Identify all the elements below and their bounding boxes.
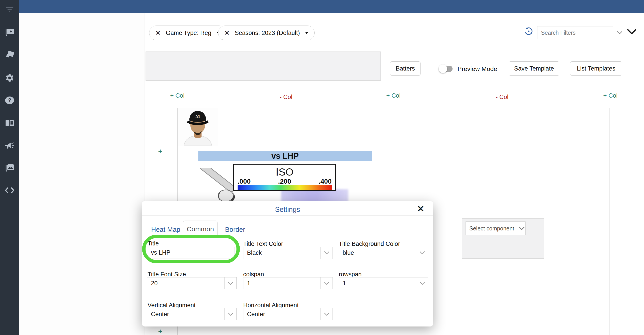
title-font-size-label: Title Font Size	[148, 271, 186, 278]
heatmap-preview-blobs	[281, 189, 348, 203]
history-undo-icon[interactable]	[524, 27, 533, 36]
batters-button[interactable]: Batters	[390, 61, 420, 76]
vertical-alignment-value: Center	[147, 308, 224, 320]
chevron-down-icon[interactable]	[224, 308, 236, 320]
image-library-icon[interactable]	[5, 163, 14, 173]
colspan-label: colspan	[243, 271, 264, 278]
legend-title: ISO	[234, 166, 335, 178]
divider	[142, 216, 433, 216]
preview-mode-label: Preview Mode	[458, 66, 497, 72]
filter-chip-game-type[interactable]: ✕ Game Type: Reg	[149, 26, 226, 40]
preview-mode-toggle[interactable]	[440, 66, 452, 72]
side-nav: ?	[0, 0, 19, 335]
select-component-dropdown[interactable]: Select component	[466, 222, 526, 235]
remove-chip-icon[interactable]: ✕	[155, 30, 161, 36]
filter-chip-seasons[interactable]: ✕ Seasons: 2023 (Default)	[218, 26, 314, 40]
chevron-down-icon[interactable]	[416, 247, 428, 259]
legend-tick: .200	[278, 178, 291, 185]
chevron-down-icon[interactable]	[518, 222, 525, 235]
tab-border[interactable]: Border	[225, 222, 245, 236]
title-text-color-label: Title Text Color	[243, 240, 283, 248]
title-field-label: Title	[148, 240, 159, 247]
chevron-down-icon[interactable]	[224, 278, 236, 289]
svg-text:M: M	[196, 113, 200, 119]
vertical-alignment-label: Vertical Alignment	[148, 302, 196, 309]
colspan-select[interactable]: 1	[243, 277, 333, 289]
rowspan-select[interactable]: 1	[339, 277, 428, 289]
chevron-down-icon[interactable]	[416, 278, 428, 289]
section-banner: vs LHP	[198, 151, 372, 161]
add-col-button[interactable]: + Col	[386, 92, 400, 99]
player-photo: M	[178, 108, 218, 146]
tab-common[interactable]: Common	[183, 220, 218, 237]
chevron-down-icon[interactable]	[320, 308, 332, 320]
title-bg-color-value: blue	[339, 247, 416, 259]
heatmap-legend: ISO .000 .200 .400	[233, 164, 336, 191]
collapse-panel-chevron-icon[interactable]	[626, 28, 637, 36]
remove-col-button[interactable]: - Col	[496, 94, 508, 100]
help-icon[interactable]: ?	[5, 96, 14, 105]
title-text-color-select[interactable]: Black	[243, 247, 333, 259]
announcements-megaphone-icon[interactable]	[5, 141, 14, 151]
report-left-panel	[19, 13, 144, 335]
chip-label: Seasons: 2023 (Default)	[235, 30, 300, 36]
colspan-value: 1	[244, 278, 320, 289]
add-col-button[interactable]: + Col	[170, 92, 184, 99]
title-font-size-select[interactable]: 20	[147, 277, 237, 289]
rowspan-value: 1	[339, 278, 416, 289]
chip-label: Game Type: Reg	[166, 30, 212, 36]
title-bg-color-label: Title Background Color	[339, 240, 400, 248]
horizontal-alignment-label: Horizontal Alignment	[243, 302, 299, 309]
settings-modal: Settings ✕ Heat Map Common Border Title …	[142, 201, 433, 326]
legend-tick: .400	[319, 178, 332, 185]
add-col-button[interactable]: + Col	[603, 92, 618, 99]
chevron-down-icon[interactable]	[320, 278, 332, 289]
horizontal-alignment-select[interactable]: Center	[243, 308, 333, 320]
add-row-button[interactable]: +	[158, 328, 162, 335]
app-root: ? New Report New From Template Copy Repo…	[0, 0, 644, 335]
remove-chip-icon[interactable]: ✕	[224, 30, 230, 36]
search-filters-input[interactable]	[538, 26, 617, 39]
filter-lines-icon[interactable]	[5, 5, 14, 15]
close-icon[interactable]: ✕	[417, 204, 424, 213]
select-component-placeholder: Select component	[466, 222, 518, 235]
component-placeholder-panel: Select component	[462, 218, 544, 259]
chevron-down-icon[interactable]	[617, 26, 622, 39]
modal-title: Settings	[142, 206, 433, 214]
legend-gradient-bar	[238, 185, 332, 190]
horizontal-alignment-value: Center	[244, 308, 320, 320]
title-font-size-value: 20	[147, 278, 224, 289]
svg-text:?: ?	[8, 97, 12, 103]
list-templates-button[interactable]: List Templates	[570, 61, 622, 76]
photo-stack-icon[interactable]	[5, 50, 14, 60]
rowspan-label: rowspan	[339, 271, 362, 278]
top-app-bar	[19, 0, 644, 13]
page-form-panel	[146, 52, 381, 80]
vertical-alignment-select[interactable]: Center	[147, 308, 237, 320]
caret-down-icon[interactable]	[305, 32, 308, 34]
tab-heat-map[interactable]: Heat Map	[151, 222, 180, 236]
code-icon[interactable]	[5, 186, 14, 195]
docs-book-icon[interactable]	[5, 118, 14, 128]
save-template-button[interactable]: Save Template	[509, 61, 559, 76]
search-filters-box[interactable]	[537, 26, 613, 39]
title-input[interactable]	[147, 247, 234, 258]
legend-tick: .000	[238, 178, 250, 185]
divider	[145, 24, 644, 24]
add-row-button[interactable]: +	[158, 147, 162, 155]
chevron-down-icon[interactable]	[320, 247, 332, 259]
title-text-color-value: Black	[244, 247, 320, 259]
toggle-knob[interactable]	[439, 64, 447, 73]
title-bg-color-select[interactable]: blue	[339, 247, 428, 259]
video-library-icon[interactable]	[5, 27, 14, 37]
remove-col-button[interactable]: - Col	[280, 94, 292, 100]
settings-gear-icon[interactable]	[5, 73, 14, 83]
